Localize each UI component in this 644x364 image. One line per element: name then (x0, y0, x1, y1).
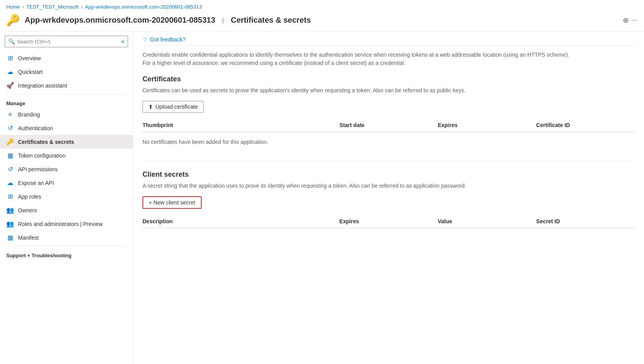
api-icon: ↺ (6, 165, 14, 173)
search-input[interactable] (17, 39, 117, 45)
new-secret-label: + New client secret (149, 199, 195, 206)
sidebar-item-manifest[interactable]: ▦ Manifest (0, 231, 133, 244)
overview-icon: ⊞ (6, 54, 14, 62)
upload-certificate-button[interactable]: ⬆ Upload certificate (143, 101, 204, 113)
sidebar-item-token-label: Token configuration (18, 152, 65, 159)
certificates-empty-message: No certificates have been added for this… (143, 133, 635, 151)
upload-icon: ⬆ (148, 104, 153, 110)
sidebar-item-approles[interactable]: ⊞ App roles (0, 190, 133, 203)
main-layout: 🔍 « ⊞ Overview ☁ Quickstart 🚀 Integratio… (0, 32, 644, 364)
nav-divider-2 (6, 246, 126, 246)
breadcrumb: Home › TEST_TEST_Microsoft › App-wrkdevo… (0, 0, 644, 12)
secret-col-description: Description (143, 218, 339, 224)
manage-section-label: Manage (0, 96, 133, 108)
sidebar-item-quickstart[interactable]: ☁ Quickstart (0, 65, 133, 79)
sidebar-item-owners[interactable]: 👥 Owners (0, 203, 133, 217)
breadcrumb-tenant[interactable]: TEST_TEST_Microsoft (26, 4, 79, 10)
search-icon: 🔍 (8, 38, 15, 45)
feedback-label: Got feedback? (150, 36, 186, 43)
sidebar-item-roles[interactable]: 👥 Roles and administrators | Preview (0, 217, 133, 231)
content-area: ♡ Got feedback? Credentials enable confi… (133, 32, 644, 364)
page-subtitle: Certificates & secrets (231, 16, 311, 25)
sidebar-item-manifest-label: Manifest (18, 235, 39, 241)
page-header: 🔑 App-wrkdevops.onmicrosoft.com-20200601… (0, 12, 644, 32)
new-client-secret-button[interactable]: + New client secret (143, 196, 202, 209)
heart-icon: ♡ (143, 36, 148, 43)
sidebar-item-integration[interactable]: 🚀 Integration assistant (0, 79, 133, 92)
certificates-description: Certificates can be used as secrets to p… (143, 86, 573, 95)
upload-certificate-label: Upload certificate (155, 104, 198, 110)
secret-col-id: Secret ID (536, 218, 635, 224)
client-secrets-description: A secret string that the application use… (143, 182, 573, 190)
sidebar-item-branding[interactable]: ≡ Branding (0, 108, 133, 121)
sidebar-item-auth-label: Authentication (18, 125, 53, 131)
sidebar-item-approles-label: App roles (18, 194, 41, 200)
quickstart-icon: ☁ (6, 68, 14, 75)
sidebar-item-authentication[interactable]: ↺ Authentication (0, 121, 133, 135)
sidebar-nav: ⊞ Overview ☁ Quickstart 🚀 Integration as… (0, 51, 133, 364)
branding-icon: ≡ (6, 111, 14, 118)
sidebar-item-api[interactable]: ↺ API permissions (0, 162, 133, 176)
main-description: Credentials enable confidential applicat… (143, 51, 573, 67)
pin-icon[interactable]: ⊕ (623, 16, 629, 25)
sidebar-item-roles-label: Roles and administrators | Preview (18, 221, 103, 227)
expose-icon: ☁ (6, 179, 14, 186)
sidebar-item-expose-label: Expose an API (18, 180, 54, 186)
sidebar-item-expose[interactable]: ☁ Expose an API (0, 176, 133, 190)
header-separator: | (222, 17, 224, 23)
sidebar-item-certs[interactable]: 🔑 Certificates & secrets (0, 135, 133, 149)
sidebar-item-overview-label: Overview (18, 55, 41, 61)
approles-icon: ⊞ (6, 193, 14, 200)
secret-col-expires: Expires (339, 218, 438, 224)
sidebar: 🔍 « ⊞ Overview ☁ Quickstart 🚀 Integratio… (0, 32, 133, 364)
owners-icon: 👥 (6, 206, 14, 214)
sidebar-item-owners-label: Owners (18, 207, 37, 213)
client-secrets-title: Client secrets (143, 170, 635, 179)
integration-icon: 🚀 (6, 82, 14, 89)
nav-divider-1 (6, 94, 126, 94)
secrets-table-header: Description Expires Value Secret ID (143, 215, 635, 228)
cert-col-thumbprint: Thumbprint (143, 122, 339, 128)
cert-col-startdate: Start date (339, 122, 438, 128)
sidebar-item-branding-label: Branding (18, 111, 40, 118)
sidebar-item-certs-label: Certificates & secrets (18, 139, 74, 145)
breadcrumb-app[interactable]: App-wrkdevops.onmicrosoft.com-20200601-0… (85, 4, 202, 10)
cert-col-id: Certificate ID (536, 122, 635, 128)
auth-icon: ↺ (6, 124, 14, 132)
sidebar-item-api-label: API permissions (18, 166, 58, 172)
secret-col-value: Value (438, 218, 536, 224)
sidebar-item-overview[interactable]: ⊞ Overview (0, 51, 133, 65)
sidebar-item-quickstart-label: Quickstart (18, 69, 43, 75)
cert-col-expires: Expires (438, 122, 536, 128)
feedback-bar[interactable]: ♡ Got feedback? (143, 32, 635, 46)
sidebar-item-integration-label: Integration assistant (18, 82, 67, 89)
certificates-table-header: Thumbprint Start date Expires Certificat… (143, 119, 635, 132)
collapse-button[interactable]: « (121, 38, 124, 45)
breadcrumb-home[interactable]: Home (6, 4, 20, 10)
support-section-label: Support + Troubleshooting (0, 248, 133, 260)
roles-icon: 👥 (6, 220, 14, 228)
client-secrets-section: Client secrets A secret string that the … (143, 170, 635, 228)
certs-icon: 🔑 (6, 138, 14, 145)
section-divider (143, 161, 635, 161)
token-icon: ▦ (6, 152, 14, 159)
app-icon: 🔑 (6, 14, 20, 27)
page-title: App-wrkdevops.onmicrosoft.com-20200601-0… (25, 16, 215, 25)
header-actions: ⊕ ··· (623, 16, 638, 25)
certificates-section: Certificates Certificates can be used as… (143, 75, 635, 151)
sidebar-item-token[interactable]: ▦ Token configuration (0, 149, 133, 162)
more-icon[interactable]: ··· (632, 16, 638, 25)
certificates-title: Certificates (143, 75, 635, 83)
manifest-icon: ▦ (6, 234, 14, 241)
sidebar-search-container: 🔍 « (5, 36, 128, 47)
